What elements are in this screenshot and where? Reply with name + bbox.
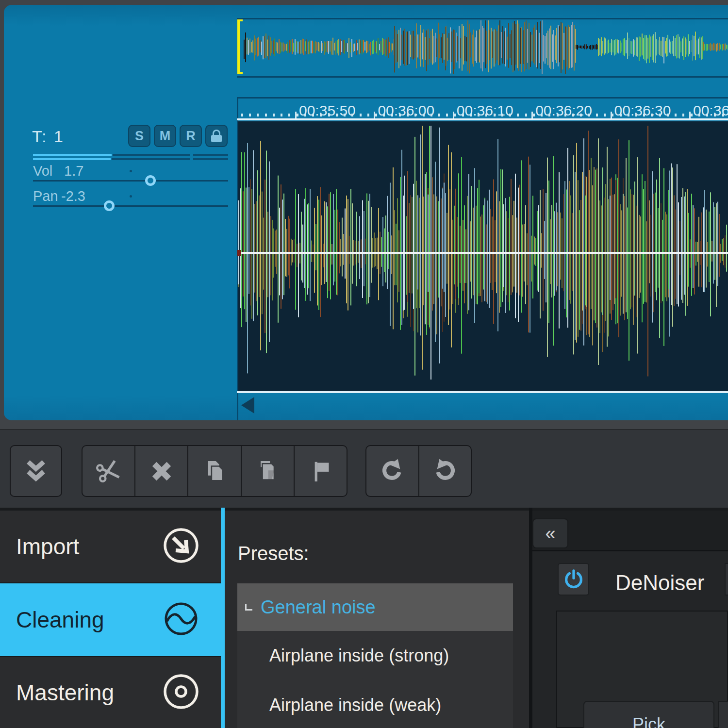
pan-value: -2.3 <box>61 188 85 204</box>
scrollbar-top-line <box>237 391 728 393</box>
overview-bottom-border <box>237 76 728 78</box>
collapse-panel-button[interactable]: « <box>532 518 568 548</box>
redo-button[interactable] <box>419 446 471 496</box>
preset-item-general-noise[interactable]: General noise <box>237 583 513 631</box>
pan-label: Pan <box>33 188 58 204</box>
flag-icon <box>307 458 334 485</box>
volume-center-mark <box>130 170 132 172</box>
redo-icon <box>431 457 459 485</box>
scroll-left-arrow[interactable] <box>241 397 254 414</box>
waveform-zero-line <box>238 252 728 254</box>
paste-icon <box>254 458 281 485</box>
track-number-label: T: 1 <box>32 127 65 146</box>
denoiser-power-button[interactable] <box>558 563 589 596</box>
pan-slider-handle[interactable] <box>104 200 115 211</box>
presets-title: Presets: <box>238 543 309 564</box>
scissors-icon <box>95 458 122 485</box>
next-effect-edge <box>725 563 728 596</box>
record-button[interactable]: R <box>180 125 202 147</box>
level-meter-right-end <box>193 158 228 160</box>
nav-item-label: Mastering <box>16 679 114 706</box>
denoiser-title: DeNoiser <box>615 571 704 595</box>
cut-button[interactable] <box>83 446 135 496</box>
mute-button[interactable]: M <box>154 125 176 147</box>
power-icon <box>563 568 585 591</box>
preset-item-label: General noise <box>261 597 376 618</box>
ruler-tick-dots <box>241 114 728 116</box>
lock-icon <box>211 130 222 142</box>
double-chevron-down-icon <box>22 458 50 485</box>
preset-item-label: Airplane inside (weak) <box>269 695 441 715</box>
collapse-icon: « <box>545 523 555 544</box>
history-button-group <box>365 445 472 497</box>
edit-button-group <box>82 445 347 497</box>
delete-button[interactable] <box>135 446 188 496</box>
play-cursor[interactable] <box>237 250 241 256</box>
pick-noise-button[interactable]: Pick <box>583 701 714 728</box>
volume-value: 1.7 <box>64 163 83 179</box>
paste-button[interactable] <box>242 446 295 496</box>
nav-item-import[interactable]: Import <box>0 511 221 582</box>
marker-button[interactable] <box>295 446 347 496</box>
ruler-bottom-line <box>237 118 728 120</box>
time-ruler[interactable]: 00:35:5000:36:0000:36:1000:36:2000:36:30… <box>0 99 728 120</box>
nav-item-cleaning[interactable]: Cleaning <box>0 583 221 656</box>
range-locator-bracket[interactable] <box>237 19 243 74</box>
pick-noise-label: Pick <box>632 714 665 728</box>
pan-center-mark <box>130 195 132 198</box>
volume-slider-track[interactable] <box>33 180 228 182</box>
pan-slider-track[interactable] <box>33 205 228 207</box>
return-arrow-icon <box>245 604 252 611</box>
preset-item-airplane-weak[interactable]: Airplane inside (weak) <box>237 680 513 728</box>
presets-list: General noise Airplane inside (strong) A… <box>237 583 513 728</box>
adjacent-button-edge <box>718 701 728 728</box>
preset-item-airplane-strong[interactable]: Airplane inside (strong) <box>237 631 513 680</box>
import-icon <box>162 526 200 567</box>
level-meter-left-fill <box>33 154 112 156</box>
nav-accent-stripe <box>221 508 225 728</box>
main-waveform[interactable] <box>238 121 728 391</box>
copy-button[interactable] <box>188 446 241 496</box>
level-meter-right-fill <box>33 158 111 160</box>
x-delete-icon <box>148 458 175 485</box>
app-window: T: 1 S M R Vol 1.7 Pan -2.3 <box>0 0 728 728</box>
toolbar <box>0 429 728 508</box>
preset-item-label: Airplane inside (strong) <box>269 645 449 666</box>
nav-item-label: Cleaning <box>16 607 104 633</box>
cleaning-icon <box>162 599 200 640</box>
expand-tracks-button[interactable] <box>10 445 62 497</box>
undo-button[interactable] <box>366 446 419 496</box>
level-meter-left-end <box>193 154 228 156</box>
level-meter-right-track <box>112 158 190 160</box>
level-meter-left-track <box>113 154 190 156</box>
lock-button[interactable] <box>205 125 228 147</box>
solo-button[interactable]: S <box>128 125 150 147</box>
copy-icon <box>201 458 228 485</box>
volume-label: Vol <box>33 163 52 179</box>
nav-item-label: Import <box>16 533 79 560</box>
volume-slider-handle[interactable] <box>145 175 156 186</box>
mastering-icon <box>162 672 200 713</box>
workflow-nav: Import Cleaning Mastering <box>0 511 221 728</box>
undo-icon <box>378 457 406 485</box>
panel-divider <box>529 508 532 728</box>
overview-waveform[interactable] <box>238 19 728 76</box>
nav-item-mastering[interactable]: Mastering <box>0 657 221 728</box>
